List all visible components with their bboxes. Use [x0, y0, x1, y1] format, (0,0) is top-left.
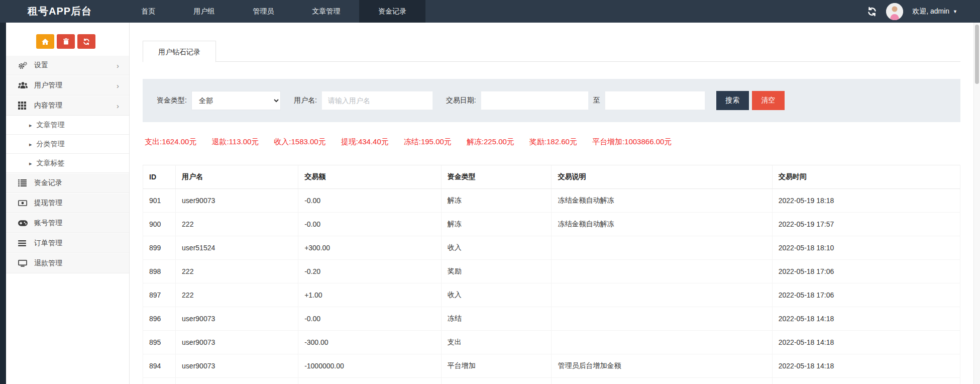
left-edge-strip [0, 23, 6, 384]
col-desc: 交易说明 [552, 165, 772, 189]
desktop-icon [18, 260, 34, 267]
date-start-input[interactable] [481, 91, 589, 110]
table-header-row: ID 用户名 交易额 资金类型 交易说明 交易时间 [143, 165, 960, 189]
sidebar-item-label: 内容管理 [34, 101, 62, 110]
stat-withdraw: 提现:434.40元 [341, 137, 389, 147]
stat-reward: 奖励:182.60元 [529, 137, 577, 147]
search-button[interactable]: 搜索 [716, 91, 749, 110]
bars-icon [18, 240, 34, 246]
refresh-icon [83, 38, 90, 45]
vertical-scrollbar[interactable] [973, 23, 980, 384]
sidebar-item-category-mgmt[interactable]: ▸ 分类管理 [6, 135, 129, 154]
col-time: 交易时间 [772, 165, 960, 189]
table-row: 899user51524+300.00收入2022-05-18 18:10 [143, 236, 960, 260]
sidebar-item-label: 退款管理 [34, 259, 62, 268]
fund-type-select[interactable]: 全部 [191, 91, 281, 110]
sidebar-item-account-mgmt[interactable]: 账号管理 [6, 213, 129, 233]
sidebar-item-user-mgmt[interactable]: 用户管理 › [6, 75, 129, 95]
date-to-label: 至 [593, 96, 600, 105]
welcome-label: 欢迎, admin [912, 7, 949, 16]
sidebar-item-label: 文章管理 [37, 121, 65, 130]
sidebar-item-label: 设置 [34, 61, 48, 70]
stat-expense: 支出:1624.00元 [145, 137, 196, 147]
filter-bar: 资金类型: 全部 用户名: 交易日期: 至 搜索 清空 [143, 79, 960, 122]
navbar-right: 欢迎, admin ▼ [867, 0, 980, 23]
sidebar-item-label: 文章标签 [37, 159, 65, 168]
users-icon [18, 82, 34, 89]
table-row-partial [143, 378, 960, 384]
sidebar: 设置 › 用户管理 › [6, 23, 130, 384]
gears-icon [18, 62, 34, 69]
table-row: 898222-0.20奖励2022-05-18 17:06 [143, 260, 960, 283]
top-navbar: 租号APP后台 首页 用户组 管理员 文章管理 资金记录 [0, 0, 980, 23]
refresh-icon[interactable] [867, 7, 877, 17]
main-content: 用户钻石记录 资金类型: 全部 用户名: 交易日期: 至 搜索 清空 支出:16… [130, 23, 973, 384]
grid-icon [18, 102, 34, 110]
clear-button[interactable]: 清空 [752, 91, 785, 110]
sidebar-item-refund-mgmt[interactable]: 退款管理 [6, 253, 129, 273]
username-input[interactable] [321, 91, 433, 110]
sidebar-actions [6, 23, 129, 55]
sidebar-item-label: 资金记录 [34, 178, 62, 187]
scrollbar-thumb[interactable] [975, 25, 979, 84]
avatar[interactable] [886, 3, 903, 20]
tab-bar: 用户钻石记录 [143, 40, 960, 62]
nav-item-funds[interactable]: 资金记录 [359, 0, 425, 23]
nav-item-user-group[interactable]: 用户组 [174, 0, 234, 23]
sidebar-item-label: 用户管理 [34, 81, 62, 90]
sidebar-item-order-mgmt[interactable]: 订单管理 [6, 233, 129, 253]
table-row: 900222-0.00解冻冻结金额自动解冻2022-05-19 17:57 [143, 213, 960, 236]
sidebar-item-label: 提现管理 [34, 199, 62, 208]
stat-income: 收入:1583.00元 [274, 137, 325, 147]
trash-button[interactable] [57, 34, 75, 49]
table-row: 894user90073-1000000.00平台增加管理员后台增加金额2022… [143, 354, 960, 378]
app-brand: 租号APP后台 [0, 0, 122, 23]
trash-icon [63, 38, 69, 45]
col-amount: 交易额 [298, 165, 442, 189]
list-icon [18, 179, 34, 186]
top-menu: 首页 用户组 管理员 文章管理 资金记录 [122, 0, 425, 23]
sidebar-item-settings[interactable]: 设置 › [6, 55, 129, 75]
gamepad-icon [18, 220, 34, 226]
stat-platform-add: 平台增加:1003866.00元 [592, 137, 672, 147]
nav-item-admin[interactable]: 管理员 [234, 0, 293, 23]
sidebar-item-article-tags[interactable]: ▸ 文章标签 [6, 154, 129, 173]
home-button[interactable] [36, 34, 54, 49]
trade-date-label: 交易日期: [446, 96, 476, 105]
table-row: 896user90073-0.00冻结2022-05-18 14:18 [143, 307, 960, 331]
sidebar-item-label: 订单管理 [34, 239, 62, 248]
money-icon [18, 200, 34, 206]
fund-type-label: 资金类型: [157, 96, 187, 105]
col-user: 用户名 [176, 165, 298, 189]
welcome-user[interactable]: 欢迎, admin ▼ [912, 7, 957, 16]
date-end-input[interactable] [605, 91, 705, 110]
tab-user-diamond-records[interactable]: 用户钻石记录 [143, 41, 216, 62]
home-icon [42, 39, 49, 45]
triangle-right-icon: ▸ [29, 160, 32, 167]
nav-item-home[interactable]: 首页 [122, 0, 174, 23]
sidebar-item-withdraw-mgmt[interactable]: 提现管理 [6, 193, 129, 213]
nav-item-article[interactable]: 文章管理 [293, 0, 359, 23]
chevron-right-icon: › [117, 81, 119, 90]
caret-down-icon: ▼ [953, 9, 957, 14]
stat-refund: 退款:113.00元 [211, 137, 259, 147]
chevron-right-icon: › [117, 102, 119, 110]
sidebar-item-content-mgmt[interactable]: 内容管理 › [6, 95, 129, 116]
triangle-right-icon: ▸ [29, 141, 32, 148]
app-window: 租号APP后台 首页 用户组 管理员 文章管理 资金记录 [0, 0, 980, 384]
triangle-right-icon: ▸ [29, 122, 32, 129]
table-row: 897222+1.00收入2022-05-18 17:06 [143, 283, 960, 307]
chevron-right-icon: › [117, 61, 119, 70]
table-row: 895user90073-300.00支出2022-05-18 14:18 [143, 331, 960, 354]
stats-summary: 支出:1624.00元 退款:113.00元 收入:1583.00元 提现:43… [145, 137, 960, 147]
col-id: ID [143, 165, 176, 189]
sidebar-menu: 设置 › 用户管理 › [6, 55, 129, 273]
sidebar-item-label: 分类管理 [37, 140, 65, 149]
sidebar-item-fund-records[interactable]: 资金记录 [6, 173, 129, 193]
username-label: 用户名: [294, 96, 317, 105]
table-row: 901user90073-0.00解冻冻结金额自动解冻2022-05-19 18… [143, 189, 960, 213]
refresh-button[interactable] [77, 34, 95, 49]
sidebar-item-article-mgmt[interactable]: ▸ 文章管理 [6, 116, 129, 135]
sidebar-item-label: 账号管理 [34, 219, 62, 228]
stat-unfrozen: 解冻:225.00元 [467, 137, 514, 147]
